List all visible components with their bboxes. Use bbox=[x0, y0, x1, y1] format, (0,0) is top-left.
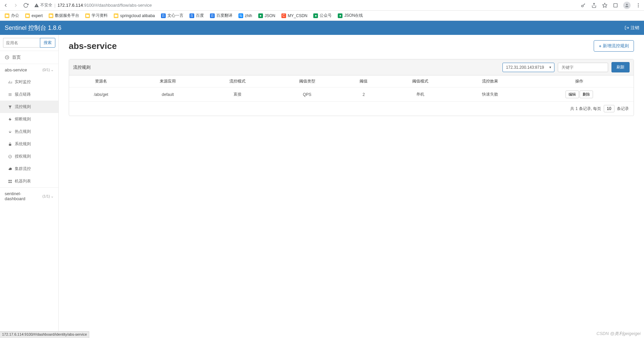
sidebar-item-cloud[interactable]: 集群流控 bbox=[0, 163, 58, 175]
cell-effect: 快速失败 bbox=[455, 88, 525, 102]
page-header: abs-service + 新增流控规则 bbox=[69, 40, 634, 52]
machine-select[interactable]: 172.31.200.143:8719 bbox=[502, 63, 554, 72]
bookmark-label: MY_CSDN bbox=[288, 13, 308, 18]
bookmarks-bar: 办公expert数据服务平台学习资料springcloud alibaba百文心… bbox=[0, 11, 644, 21]
logout-link[interactable]: 注销 bbox=[625, 25, 639, 31]
star-icon[interactable] bbox=[602, 2, 608, 8]
svg-point-5 bbox=[638, 3, 639, 4]
edit-button[interactable]: 编辑 bbox=[566, 91, 579, 98]
folder-icon bbox=[5, 13, 9, 18]
bookmark-label: 学习资料 bbox=[92, 13, 108, 18]
share-icon[interactable] bbox=[591, 2, 597, 8]
url-divider: | bbox=[54, 3, 55, 8]
svg-rect-23 bbox=[9, 182, 10, 183]
bookmark-item[interactable]: CMY_CSDN bbox=[281, 13, 308, 18]
sidebar-app-abs-service[interactable]: abs-service (0/1)⌄ bbox=[0, 64, 58, 76]
svg-rect-24 bbox=[10, 182, 12, 183]
sidebar-item-fire[interactable]: 热点规则 bbox=[0, 125, 58, 138]
clock-icon bbox=[5, 55, 9, 60]
bookmark-label: zhih bbox=[245, 13, 252, 18]
plus-icon: + bbox=[599, 44, 601, 49]
sidebar-item-list[interactable]: 簇点链路 bbox=[0, 88, 58, 101]
zhihu-icon: 知 bbox=[238, 13, 243, 18]
sidebar-item-label: 实时监控 bbox=[15, 79, 31, 85]
cell-resource: /abs/get bbox=[69, 88, 133, 102]
sidebar-item-chart[interactable]: 实时监控 bbox=[0, 76, 58, 88]
keyword-input[interactable] bbox=[558, 63, 608, 72]
folder-icon bbox=[49, 13, 53, 18]
bookmark-item[interactable]: 学习资料 bbox=[85, 13, 108, 18]
cell-origin: default bbox=[133, 88, 203, 102]
svg-marker-18 bbox=[9, 118, 12, 121]
column-header: 流控模式 bbox=[203, 75, 272, 88]
rules-table: 资源名来源应用流控模式阈值类型阈值阈值模式流控效果操作 /abs/getdefa… bbox=[69, 75, 634, 102]
sidebar-item-filter[interactable]: 流控规则 bbox=[0, 101, 58, 113]
profile-avatar[interactable] bbox=[623, 2, 631, 9]
check-icon bbox=[8, 155, 12, 159]
sidebar-item-label: 熔断规则 bbox=[15, 116, 31, 122]
app-search-input[interactable] bbox=[3, 38, 40, 48]
browser-toolbar: 不安全 | 172.17.6.114:9100/#/dashboard/flow… bbox=[0, 0, 644, 11]
column-header: 资源名 bbox=[69, 75, 133, 88]
bookmark-item[interactable]: expert bbox=[25, 13, 43, 18]
filter-icon bbox=[8, 105, 12, 109]
blue-icon: 百 bbox=[210, 13, 215, 18]
bookmark-label: 百度翻译 bbox=[216, 13, 232, 18]
bookmark-item[interactable]: ●JSON在线 bbox=[338, 13, 363, 18]
lock-icon bbox=[8, 142, 12, 146]
svg-rect-3 bbox=[614, 3, 618, 7]
address-bar[interactable]: 不安全 | 172.17.6.114:9100/#/dashboard/flow… bbox=[34, 2, 576, 8]
sidebar-item-check[interactable]: 授权规则 bbox=[0, 150, 58, 163]
page-title: abs-service bbox=[69, 41, 117, 51]
bookmark-item[interactable]: 知zhih bbox=[238, 13, 252, 18]
bookmark-item[interactable]: ●公众号 bbox=[313, 13, 332, 18]
bookmark-item[interactable]: 百百度翻译 bbox=[210, 13, 232, 18]
bookmark-item[interactable]: ●JSON bbox=[258, 13, 275, 18]
extensions-icon[interactable] bbox=[612, 2, 619, 8]
table-header-row: 资源名来源应用流控模式阈值类型阈值阈值模式流控效果操作 bbox=[69, 75, 634, 88]
grid-icon bbox=[8, 179, 12, 183]
svg-marker-2 bbox=[602, 3, 607, 7]
table-footer: 共 1 条记录, 每页 条记录 bbox=[69, 102, 634, 116]
sidebar-app-sentinel-dashboard[interactable]: sentinel-dashboard (1/1)⌄ bbox=[0, 187, 58, 205]
bookmark-item[interactable]: 百百度 bbox=[190, 13, 204, 18]
sidebar-item-label: 集群流控 bbox=[15, 166, 31, 172]
bookmark-item[interactable]: springcloud alibaba bbox=[114, 13, 155, 18]
nav-back-button[interactable] bbox=[3, 2, 9, 8]
bookmark-item[interactable]: 百文心一言 bbox=[161, 13, 183, 18]
sidebar-item-bolt[interactable]: 熔断规则 bbox=[0, 113, 58, 125]
nav-reload-button[interactable] bbox=[23, 2, 29, 8]
bookmark-label: springcloud alibaba bbox=[120, 13, 155, 18]
sidebar-home[interactable]: 首页 bbox=[0, 51, 58, 64]
page-size-input[interactable] bbox=[604, 105, 614, 112]
table-body: /abs/getdefault直接QPS2单机快速失败编辑删除 bbox=[69, 88, 634, 102]
cell-thresh_type: QPS bbox=[272, 88, 342, 102]
bookmark-item[interactable]: 办公 bbox=[5, 13, 19, 18]
cell-actions: 编辑删除 bbox=[525, 88, 634, 102]
folder-icon bbox=[114, 13, 118, 18]
rules-card: 流控规则 172.31.200.143:8719 ▼ 刷新 资源名来源应用流控模… bbox=[69, 59, 634, 116]
green-icon: ● bbox=[313, 13, 318, 18]
sidebar-item-grid[interactable]: 机器列表 bbox=[0, 175, 58, 187]
csdn-icon: C bbox=[281, 13, 286, 18]
footer-suffix: 条记录 bbox=[617, 106, 629, 111]
sidebar-item-label: 机器列表 bbox=[15, 178, 31, 184]
machine-select-wrap: 172.31.200.143:8719 ▼ bbox=[502, 63, 554, 72]
nav-forward-button[interactable] bbox=[13, 2, 19, 8]
menu-icon[interactable] bbox=[635, 2, 641, 8]
card-header: 流控规则 172.31.200.143:8719 ▼ 刷新 bbox=[69, 59, 634, 75]
sidebar-item-lock[interactable]: 系统规则 bbox=[0, 138, 58, 150]
app-header: Sentinel 控制台 1.8.6 注销 bbox=[0, 21, 644, 35]
add-rule-button[interactable]: + 新增流控规则 bbox=[594, 40, 634, 52]
sidebar-search: 搜索 bbox=[0, 35, 58, 51]
chart-icon bbox=[8, 80, 12, 84]
chevron-down-icon: ⌄ bbox=[51, 68, 54, 72]
bookmark-item[interactable]: 数据服务平台 bbox=[49, 13, 79, 18]
chevron-down-icon: ⌄ bbox=[51, 194, 54, 198]
cell-mode: 直接 bbox=[203, 88, 272, 102]
app-search-button[interactable]: 搜索 bbox=[40, 38, 55, 48]
delete-button[interactable]: 删除 bbox=[580, 91, 593, 98]
sidebar-item-label: 热点规则 bbox=[15, 129, 31, 134]
refresh-button[interactable]: 刷新 bbox=[611, 62, 630, 72]
key-icon[interactable] bbox=[580, 2, 586, 8]
